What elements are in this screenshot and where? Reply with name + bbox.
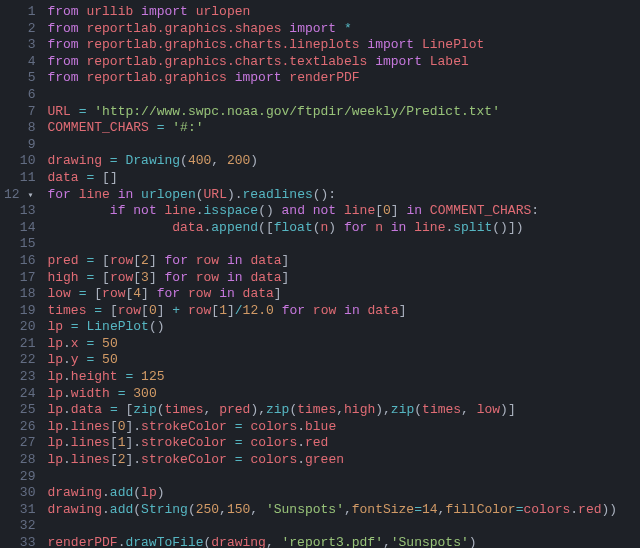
code-line[interactable]: from reportlab.graphics.charts.textlabel…	[47, 54, 617, 71]
code-line[interactable]: renderPDF.drawToFile(drawing, 'report3.p…	[47, 535, 617, 548]
code-line[interactable]: drawing.add(lp)	[47, 485, 617, 502]
line-number: 1	[4, 4, 35, 21]
token-pn	[94, 352, 102, 367]
token-pn	[336, 21, 344, 36]
code-line[interactable]: lp = LinePlot()	[47, 319, 617, 336]
code-line[interactable]: lp.height = 125	[47, 369, 617, 386]
code-line[interactable]	[47, 236, 617, 253]
code-line[interactable]: lp.y = 50	[47, 352, 617, 369]
token-pn: ]	[282, 270, 290, 285]
token-pn: ]	[282, 253, 290, 268]
code-line[interactable]: times = [row[0] + row[1]/12.0 for row in…	[47, 303, 617, 320]
token-id: reportlab.graphics.charts.lineplots	[86, 37, 359, 52]
token-fn: Drawing	[125, 153, 180, 168]
token-pn	[63, 319, 71, 334]
token-pn	[133, 369, 141, 384]
code-line[interactable]: lp.lines[2].strokeColor = colors.green	[47, 452, 617, 469]
token-op: *	[344, 21, 352, 36]
token-fn: String	[141, 502, 188, 517]
token-id: reportlab.graphics	[86, 70, 226, 85]
code-line[interactable]	[47, 518, 617, 535]
token-id: drawing	[211, 535, 266, 548]
token-pn	[71, 104, 79, 119]
code-line[interactable]: if not line.isspace() and not line[0] in…	[47, 203, 617, 220]
code-line[interactable]	[47, 137, 617, 154]
code-line[interactable]: for line in urlopen(URL).readlines():	[47, 187, 617, 204]
token-id: times	[47, 303, 86, 318]
token-id: times	[297, 402, 336, 417]
token-nu: 4	[133, 286, 141, 301]
code-line[interactable]: high = [row[3] for row in data]	[47, 270, 617, 287]
token-pn: ]	[274, 286, 282, 301]
token-pn: ():	[313, 187, 336, 202]
token-id: lp	[47, 402, 63, 417]
token-pn	[188, 270, 196, 285]
token-fn: drawToFile	[125, 535, 203, 548]
code-area[interactable]: from urllib import urlopenfrom reportlab…	[43, 0, 617, 548]
token-pn: [	[110, 435, 118, 450]
token-op: =	[110, 153, 118, 168]
code-line[interactable]: URL = 'http://www.swpc.noaa.gov/ftpdir/w…	[47, 104, 617, 121]
token-fn: zip	[133, 402, 156, 417]
token-pn: (	[133, 485, 141, 500]
token-pn: ()	[258, 203, 281, 218]
token-id: row	[188, 303, 211, 318]
token-id: drawing	[47, 502, 102, 517]
token-id: data	[47, 170, 78, 185]
token-pn: ,	[250, 502, 266, 517]
code-line[interactable]: COMMENT_CHARS = '#:'	[47, 120, 617, 137]
token-nu: 200	[227, 153, 250, 168]
code-line[interactable]: pred = [row[2] for row in data]	[47, 253, 617, 270]
code-line[interactable]: drawing.add(String(250,150, 'Sunspots',f…	[47, 502, 617, 519]
token-id: lp	[47, 336, 63, 351]
code-line[interactable]: data = []	[47, 170, 617, 187]
fold-indicator-icon[interactable]: ▾	[27, 190, 35, 201]
code-line[interactable]: from reportlab.graphics.shapes import *	[47, 21, 617, 38]
code-line[interactable]	[47, 469, 617, 486]
token-id: x	[71, 336, 79, 351]
code-line[interactable]: lp.x = 50	[47, 336, 617, 353]
token-pn: ([	[258, 220, 274, 235]
token-kw: in	[227, 270, 243, 285]
line-number: 10	[4, 153, 35, 170]
code-editor[interactable]: 123456789101112 ▾13141516171819202122232…	[0, 0, 640, 548]
token-id: data	[368, 303, 399, 318]
line-number: 17	[4, 270, 35, 287]
token-pn	[149, 120, 157, 135]
line-number: 4	[4, 54, 35, 71]
token-nu: 2	[118, 452, 126, 467]
code-line[interactable]: low = [row[4] for row in data]	[47, 286, 617, 303]
code-line[interactable]: from urllib import urlopen	[47, 4, 617, 21]
token-kw: import	[141, 4, 188, 19]
code-line[interactable]: lp.lines[1].strokeColor = colors.red	[47, 435, 617, 452]
code-line[interactable]: from reportlab.graphics.charts.lineplots…	[47, 37, 617, 54]
token-st: '#:'	[172, 120, 203, 135]
token-pn: [	[110, 419, 118, 434]
token-pn	[110, 187, 118, 202]
token-pn: ,	[336, 402, 344, 417]
token-pn: (	[157, 402, 165, 417]
token-kw: for	[157, 286, 180, 301]
code-line[interactable]	[47, 87, 617, 104]
code-line[interactable]: data.append([float(n) for n in line.spli…	[47, 220, 617, 237]
token-pn: [	[94, 270, 110, 285]
code-line[interactable]: lp.data = [zip(times, pred),zip(times,hi…	[47, 402, 617, 419]
token-id: row	[102, 286, 125, 301]
token-kw: not	[133, 203, 156, 218]
line-number: 25	[4, 402, 35, 419]
token-kw: for	[344, 220, 367, 235]
token-pn: ]	[149, 270, 165, 285]
token-pn: ))	[601, 502, 617, 517]
code-line[interactable]: lp.lines[0].strokeColor = colors.blue	[47, 419, 617, 436]
token-pn: ]	[141, 286, 157, 301]
token-pn	[367, 54, 375, 69]
token-pn	[336, 303, 344, 318]
code-line[interactable]: drawing = Drawing(400, 200)	[47, 153, 617, 170]
code-line[interactable]: lp.width = 300	[47, 386, 617, 403]
token-kw: import	[375, 54, 422, 69]
code-line[interactable]: from reportlab.graphics import renderPDF	[47, 70, 617, 87]
token-id: lp	[47, 452, 63, 467]
token-id: Label	[430, 54, 469, 69]
token-kw: not	[313, 203, 336, 218]
token-id: high	[47, 270, 78, 285]
